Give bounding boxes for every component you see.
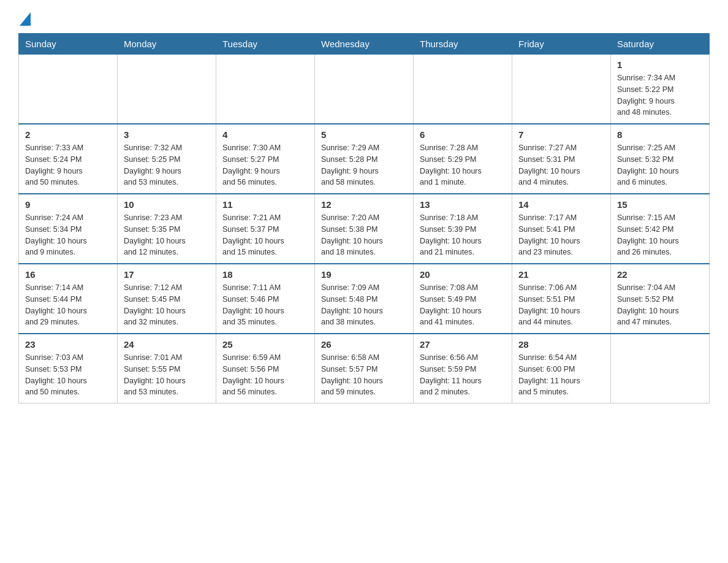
day-info: Sunrise: 7:33 AM Sunset: 5:24 PM Dayligh…: [25, 142, 111, 188]
weekday-header-saturday: Saturday: [611, 34, 710, 55]
page-header: [18, 12, 710, 23]
calendar-cell: 16Sunrise: 7:14 AM Sunset: 5:44 PM Dayli…: [19, 264, 118, 334]
day-number: 3: [124, 129, 210, 140]
logo-triangle-icon: [20, 12, 31, 26]
day-info: Sunrise: 7:21 AM Sunset: 5:37 PM Dayligh…: [222, 212, 308, 258]
calendar-cell: [118, 55, 216, 124]
calendar-week-row: 2Sunrise: 7:33 AM Sunset: 5:24 PM Daylig…: [19, 124, 710, 194]
day-number: 16: [25, 269, 111, 280]
calendar-cell: 23Sunrise: 7:03 AM Sunset: 5:53 PM Dayli…: [19, 334, 118, 404]
day-number: 1: [617, 59, 703, 70]
day-number: 9: [25, 199, 111, 210]
day-info: Sunrise: 6:56 AM Sunset: 5:59 PM Dayligh…: [420, 352, 506, 398]
calendar-cell: 22Sunrise: 7:04 AM Sunset: 5:52 PM Dayli…: [611, 264, 710, 334]
calendar-cell: 24Sunrise: 7:01 AM Sunset: 5:55 PM Dayli…: [118, 334, 216, 404]
calendar-cell: [414, 55, 512, 124]
day-info: Sunrise: 7:17 AM Sunset: 5:41 PM Dayligh…: [518, 212, 604, 258]
calendar-cell: 7Sunrise: 7:27 AM Sunset: 5:31 PM Daylig…: [512, 124, 611, 194]
calendar-cell: [611, 334, 710, 404]
day-info: Sunrise: 6:58 AM Sunset: 5:57 PM Dayligh…: [321, 352, 407, 398]
day-number: 19: [321, 269, 407, 280]
day-number: 22: [617, 269, 703, 280]
calendar-cell: 19Sunrise: 7:09 AM Sunset: 5:48 PM Dayli…: [315, 264, 414, 334]
day-info: Sunrise: 7:04 AM Sunset: 5:52 PM Dayligh…: [617, 282, 703, 328]
day-number: 26: [321, 339, 407, 350]
day-number: 14: [518, 199, 604, 210]
calendar-cell: 11Sunrise: 7:21 AM Sunset: 5:37 PM Dayli…: [216, 194, 315, 264]
day-number: 6: [420, 129, 506, 140]
calendar-cell: 6Sunrise: 7:28 AM Sunset: 5:29 PM Daylig…: [414, 124, 512, 194]
day-number: 10: [124, 199, 210, 210]
day-info: Sunrise: 7:32 AM Sunset: 5:25 PM Dayligh…: [124, 142, 210, 188]
day-number: 15: [617, 199, 703, 210]
day-info: Sunrise: 7:01 AM Sunset: 5:55 PM Dayligh…: [124, 352, 210, 398]
calendar-cell: 3Sunrise: 7:32 AM Sunset: 5:25 PM Daylig…: [118, 124, 216, 194]
calendar-cell: 17Sunrise: 7:12 AM Sunset: 5:45 PM Dayli…: [118, 264, 216, 334]
day-number: 25: [222, 339, 308, 350]
calendar-week-row: 23Sunrise: 7:03 AM Sunset: 5:53 PM Dayli…: [19, 334, 710, 404]
day-number: 27: [420, 339, 506, 350]
day-info: Sunrise: 7:34 AM Sunset: 5:22 PM Dayligh…: [617, 72, 703, 118]
calendar-cell: 12Sunrise: 7:20 AM Sunset: 5:38 PM Dayli…: [315, 194, 414, 264]
day-number: 28: [518, 339, 604, 350]
day-info: Sunrise: 6:54 AM Sunset: 6:00 PM Dayligh…: [518, 352, 604, 398]
day-info: Sunrise: 7:24 AM Sunset: 5:34 PM Dayligh…: [25, 212, 111, 258]
calendar-cell: 2Sunrise: 7:33 AM Sunset: 5:24 PM Daylig…: [19, 124, 118, 194]
day-number: 13: [420, 199, 506, 210]
calendar-week-row: 1Sunrise: 7:34 AM Sunset: 5:22 PM Daylig…: [19, 55, 710, 124]
calendar-cell: 27Sunrise: 6:56 AM Sunset: 5:59 PM Dayli…: [414, 334, 512, 404]
weekday-header-wednesday: Wednesday: [315, 34, 414, 55]
calendar-cell: [315, 55, 414, 124]
day-number: 2: [25, 129, 111, 140]
day-number: 4: [222, 129, 308, 140]
calendar-cell: 5Sunrise: 7:29 AM Sunset: 5:28 PM Daylig…: [315, 124, 414, 194]
calendar-cell: 1Sunrise: 7:34 AM Sunset: 5:22 PM Daylig…: [611, 55, 710, 124]
weekday-header-monday: Monday: [118, 34, 216, 55]
calendar-cell: [512, 55, 611, 124]
day-number: 21: [518, 269, 604, 280]
logo: [18, 12, 31, 23]
calendar-cell: [216, 55, 315, 124]
calendar-cell: 26Sunrise: 6:58 AM Sunset: 5:57 PM Dayli…: [315, 334, 414, 404]
calendar-cell: [19, 55, 118, 124]
calendar-cell: 20Sunrise: 7:08 AM Sunset: 5:49 PM Dayli…: [414, 264, 512, 334]
day-info: Sunrise: 7:15 AM Sunset: 5:42 PM Dayligh…: [617, 212, 703, 258]
weekday-header-sunday: Sunday: [19, 34, 118, 55]
day-info: Sunrise: 7:28 AM Sunset: 5:29 PM Dayligh…: [420, 142, 506, 188]
weekday-header-row: SundayMondayTuesdayWednesdayThursdayFrid…: [19, 34, 710, 55]
calendar-cell: 4Sunrise: 7:30 AM Sunset: 5:27 PM Daylig…: [216, 124, 315, 194]
day-number: 20: [420, 269, 506, 280]
calendar-week-row: 9Sunrise: 7:24 AM Sunset: 5:34 PM Daylig…: [19, 194, 710, 264]
calendar-cell: 14Sunrise: 7:17 AM Sunset: 5:41 PM Dayli…: [512, 194, 611, 264]
calendar-cell: 28Sunrise: 6:54 AM Sunset: 6:00 PM Dayli…: [512, 334, 611, 404]
calendar-cell: 25Sunrise: 6:59 AM Sunset: 5:56 PM Dayli…: [216, 334, 315, 404]
day-number: 17: [124, 269, 210, 280]
day-info: Sunrise: 7:12 AM Sunset: 5:45 PM Dayligh…: [124, 282, 210, 328]
calendar-table: SundayMondayTuesdayWednesdayThursdayFrid…: [18, 33, 710, 404]
day-number: 7: [518, 129, 604, 140]
day-info: Sunrise: 7:06 AM Sunset: 5:51 PM Dayligh…: [518, 282, 604, 328]
day-info: Sunrise: 7:09 AM Sunset: 5:48 PM Dayligh…: [321, 282, 407, 328]
day-info: Sunrise: 7:18 AM Sunset: 5:39 PM Dayligh…: [420, 212, 506, 258]
day-info: Sunrise: 7:23 AM Sunset: 5:35 PM Dayligh…: [124, 212, 210, 258]
day-number: 12: [321, 199, 407, 210]
calendar-cell: 9Sunrise: 7:24 AM Sunset: 5:34 PM Daylig…: [19, 194, 118, 264]
day-number: 8: [617, 129, 703, 140]
day-number: 5: [321, 129, 407, 140]
day-info: Sunrise: 7:14 AM Sunset: 5:44 PM Dayligh…: [25, 282, 111, 328]
day-info: Sunrise: 7:30 AM Sunset: 5:27 PM Dayligh…: [222, 142, 308, 188]
day-info: Sunrise: 7:20 AM Sunset: 5:38 PM Dayligh…: [321, 212, 407, 258]
day-number: 18: [222, 269, 308, 280]
day-info: Sunrise: 7:29 AM Sunset: 5:28 PM Dayligh…: [321, 142, 407, 188]
calendar-cell: 10Sunrise: 7:23 AM Sunset: 5:35 PM Dayli…: [118, 194, 216, 264]
calendar-cell: 21Sunrise: 7:06 AM Sunset: 5:51 PM Dayli…: [512, 264, 611, 334]
day-info: Sunrise: 7:25 AM Sunset: 5:32 PM Dayligh…: [617, 142, 703, 188]
weekday-header-tuesday: Tuesday: [216, 34, 315, 55]
calendar-cell: 8Sunrise: 7:25 AM Sunset: 5:32 PM Daylig…: [611, 124, 710, 194]
calendar-cell: 18Sunrise: 7:11 AM Sunset: 5:46 PM Dayli…: [216, 264, 315, 334]
day-info: Sunrise: 7:27 AM Sunset: 5:31 PM Dayligh…: [518, 142, 604, 188]
day-info: Sunrise: 6:59 AM Sunset: 5:56 PM Dayligh…: [222, 352, 308, 398]
day-info: Sunrise: 7:03 AM Sunset: 5:53 PM Dayligh…: [25, 352, 111, 398]
calendar-cell: 13Sunrise: 7:18 AM Sunset: 5:39 PM Dayli…: [414, 194, 512, 264]
weekday-header-friday: Friday: [512, 34, 611, 55]
